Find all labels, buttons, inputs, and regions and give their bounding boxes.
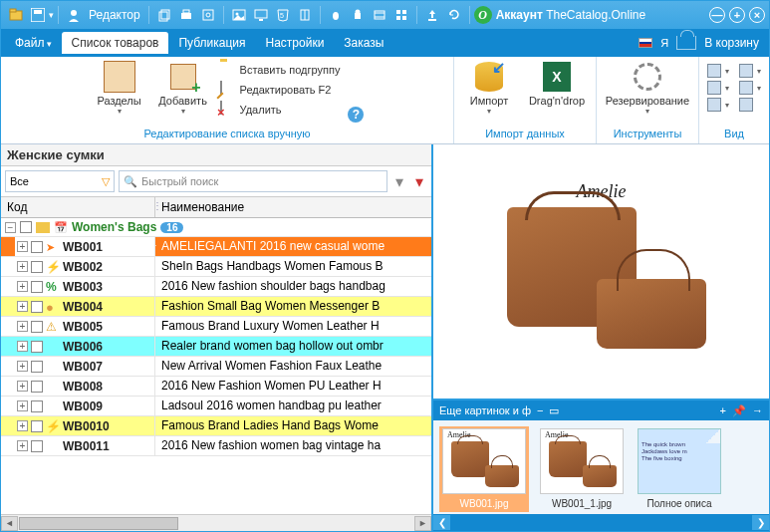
lang-button[interactable]: Я	[660, 37, 668, 49]
thumb-scroll-left-icon[interactable]: ❮	[433, 515, 450, 530]
refresh-icon[interactable]	[446, 7, 462, 23]
print-icon[interactable]	[178, 7, 194, 23]
filter-funnel-icon[interactable]: ▾	[391, 173, 407, 189]
grid-icon[interactable]	[393, 7, 409, 23]
checkbox[interactable]	[31, 241, 43, 253]
menu-file[interactable]: Файл▾	[5, 32, 62, 54]
checkbox[interactable]	[31, 321, 43, 333]
expand-icon[interactable]: +	[17, 241, 28, 252]
h-scrollbar[interactable]: ◄ ►	[1, 514, 431, 531]
menu-publish[interactable]: Публикация	[168, 32, 255, 54]
checkbox[interactable]	[20, 221, 32, 233]
table-row[interactable]: + WB005 Famous Brand Luxury Women Leathe…	[1, 317, 431, 337]
image-icon[interactable]	[231, 7, 247, 23]
thumb-slider-icon[interactable]: ▭	[549, 404, 559, 417]
save-icon[interactable]	[30, 7, 46, 23]
view-opt2[interactable]: ▾	[705, 80, 731, 96]
menu-products[interactable]: Список товаров	[62, 32, 169, 54]
monitor-icon[interactable]	[253, 7, 269, 23]
checkbox[interactable]	[31, 341, 43, 353]
menu-settings[interactable]: Настройки	[256, 32, 335, 54]
thumb-scrollbar[interactable]: ❮ ❯	[433, 514, 769, 531]
cart-icon[interactable]	[676, 36, 696, 50]
preview-icon[interactable]	[200, 7, 216, 23]
filter-combo[interactable]: Все▽	[5, 170, 115, 192]
table-row[interactable]: + WB004 Fashion Small Bag Women Messenge…	[1, 297, 431, 317]
expand-icon[interactable]: +	[17, 301, 28, 312]
edit-f2-button[interactable]: Редактировать F2	[218, 81, 343, 99]
table-row[interactable]: + WB008 2016 New Fashion Women PU Leathe…	[1, 377, 431, 397]
expand-icon[interactable]: +	[17, 400, 28, 411]
thumb-pin-icon[interactable]: 📌	[732, 404, 746, 417]
checkbox[interactable]	[31, 261, 43, 273]
scroll-left-icon[interactable]: ◄	[1, 516, 18, 531]
expand-icon[interactable]: +	[17, 281, 28, 292]
save-dropdown-icon[interactable]: ▾	[49, 10, 54, 20]
insert-subgroup-button[interactable]: Вставить подгруппу	[218, 61, 343, 79]
thumb-add-icon[interactable]: +	[720, 404, 726, 417]
apple-icon[interactable]	[328, 7, 344, 23]
flag-icon[interactable]	[639, 38, 652, 48]
film-icon[interactable]	[372, 7, 387, 23]
search-input[interactable]: 🔍Быстрый поиск	[119, 170, 387, 192]
upload-icon[interactable]	[424, 7, 440, 23]
col-code[interactable]: Код	[1, 197, 155, 217]
checkbox[interactable]	[31, 361, 43, 373]
html5-icon[interactable]: 5	[275, 7, 291, 23]
close-button[interactable]: ×	[749, 7, 765, 23]
view-opt5[interactable]: ▾	[737, 80, 763, 96]
expand-icon[interactable]: +	[17, 420, 28, 431]
view-opt4[interactable]: ▾	[737, 63, 763, 79]
user-icon[interactable]	[66, 7, 82, 23]
checkbox[interactable]	[31, 281, 43, 293]
import-button[interactable]: Импорт▾	[460, 61, 518, 116]
help-icon[interactable]: ?	[348, 107, 364, 123]
expand-icon[interactable]: +	[17, 261, 28, 272]
cart-button[interactable]: В корзину	[704, 36, 759, 50]
checkbox[interactable]	[31, 400, 43, 412]
table-row[interactable]: + WB006 Realer brand women bag hollow ou…	[1, 337, 431, 357]
table-row[interactable]: + WB0011 2016 New fashion women bag vint…	[1, 436, 431, 456]
table-row[interactable]: + WB0010 Famous Brand Ladies Hand Bags W…	[1, 416, 431, 436]
thumbnail[interactable]: AmelieWB001_1.jpg	[537, 426, 627, 512]
thumb-scroll-right-icon[interactable]: ❯	[752, 515, 769, 530]
checkbox[interactable]	[31, 420, 43, 432]
android-icon[interactable]	[350, 7, 366, 23]
expand-icon[interactable]: +	[17, 381, 28, 392]
table-row[interactable]: + WB007 New Arrival Women Fashion Faux L…	[1, 357, 431, 377]
expand-icon[interactable]: +	[17, 440, 28, 451]
thumb-minus-icon[interactable]: −	[537, 404, 543, 416]
book-icon[interactable]	[297, 7, 313, 23]
checkbox[interactable]	[31, 381, 43, 393]
dragndrop-button[interactable]: XDrag'n'drop	[524, 61, 590, 107]
table-row[interactable]: + WB009 Ladsoul 2016 women handbag pu le…	[1, 397, 431, 416]
table-row[interactable]: + WB002 SheIn Bags Handbags Women Famous…	[1, 257, 431, 277]
filter-clear-icon[interactable]: ▾	[411, 173, 427, 189]
minimize-button[interactable]: —	[709, 7, 725, 23]
thumbnail[interactable]: AmelieWB001.jpg	[439, 426, 529, 512]
group-row[interactable]: − 📅 Women's Bags 16	[1, 218, 431, 237]
copy-icon[interactable]	[156, 7, 172, 23]
view-opt6[interactable]	[737, 97, 763, 113]
thumbnail[interactable]: The quick brownJackdaws love mThe five b…	[635, 426, 724, 512]
add-button[interactable]: Добавить▾	[154, 61, 212, 116]
view-opt3[interactable]: ▾	[705, 97, 731, 113]
checkbox[interactable]	[31, 301, 43, 313]
checkbox[interactable]	[31, 440, 43, 452]
expand-icon[interactable]: +	[17, 321, 28, 332]
scroll-thumb[interactable]	[19, 517, 178, 530]
table-row[interactable]: + WB001 AMELIEGALANTI 2016 new casual wo…	[1, 237, 431, 257]
expand-icon[interactable]: +	[17, 341, 28, 352]
table-row[interactable]: + WB003 2016 New fashion shoulder bags h…	[1, 277, 431, 297]
expand-icon[interactable]: +	[17, 361, 28, 372]
scroll-right-icon[interactable]: ►	[414, 516, 431, 531]
view-opt1[interactable]: ▾	[705, 63, 731, 79]
maximize-button[interactable]: +	[729, 7, 745, 23]
backup-button[interactable]: Резервирование▾	[603, 61, 692, 116]
thumb-next-icon[interactable]: →	[752, 404, 763, 417]
menu-orders[interactable]: Заказы	[334, 32, 393, 54]
expand-icon[interactable]: −	[5, 222, 16, 233]
sections-button[interactable]: Разделы▾	[91, 61, 148, 116]
delete-button[interactable]: Удалить	[218, 101, 343, 119]
col-name[interactable]: Наименование	[155, 197, 431, 217]
